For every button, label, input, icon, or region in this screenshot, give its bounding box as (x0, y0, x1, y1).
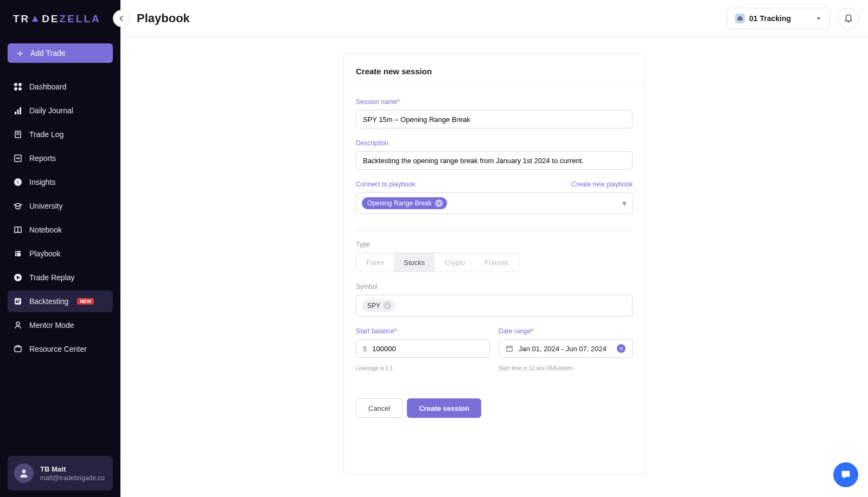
sidebar-item-trade-replay[interactable]: Trade Replay (8, 267, 113, 288)
account-icon (735, 14, 745, 23)
account-label: 01 Tracking (749, 14, 791, 23)
svg-rect-14 (15, 251, 21, 256)
date-range-value: Jan 01, 2024 - Jun 07, 2024 (519, 345, 607, 353)
svg-point-0 (14, 83, 17, 86)
svg-point-2 (14, 87, 17, 91)
sidebar-item-dashboard[interactable]: Dashboard (8, 76, 113, 98)
svg-rect-21 (738, 17, 743, 20)
replay-icon (13, 273, 23, 282)
start-balance-label: Start balance* (356, 327, 490, 335)
sidebar-item-insights[interactable]: ! Insights (8, 171, 113, 193)
sidebar-item-university[interactable]: University (8, 195, 113, 217)
main: Playbook 01 Tracking Create new session (120, 0, 868, 497)
sidebar-item-mentor-mode[interactable]: Mentor Mode (8, 314, 113, 336)
type-label: Type (356, 241, 633, 248)
date-range-label: Date range* (499, 327, 633, 335)
remove-playbook-icon[interactable]: ✕ (435, 199, 443, 207)
profile-card[interactable]: TB Matt matt@tradebrigade.co (8, 456, 113, 490)
timezone-hint: Start time is 12 am US/Eastern (499, 365, 633, 371)
sidebar-item-label: Reports (29, 154, 56, 163)
chevron-down-icon (815, 15, 822, 22)
playbook-select[interactable]: Opening Range Break ✕ ▾ (356, 192, 633, 214)
new-badge: NEW (77, 298, 94, 305)
chat-icon (840, 469, 852, 481)
sidebar-item-label: Playbook (29, 249, 61, 258)
sidebar-item-trade-log[interactable]: Trade Log (8, 124, 113, 145)
leverage-hint: Leverage is 1:1 (356, 365, 490, 371)
start-balance-input-wrap[interactable]: $ (356, 339, 490, 358)
sidebar-item-daily-journal[interactable]: Daily Journal (8, 100, 113, 121)
university-icon (13, 201, 23, 211)
journal-icon (13, 106, 23, 115)
plus-icon: ＋ (15, 47, 25, 60)
svg-rect-19 (15, 347, 21, 352)
type-option-crypto[interactable]: Crypto (435, 253, 475, 272)
svg-rect-22 (507, 346, 513, 352)
log-icon (13, 130, 23, 139)
bell-icon (844, 14, 853, 23)
connect-playbook-label: Connect to playbook (356, 180, 415, 188)
sidebar-item-label: Resource Center (29, 345, 87, 353)
sidebar-item-reports[interactable]: Reports (8, 147, 113, 169)
playbook-icon (13, 249, 23, 259)
avatar-icon (14, 463, 34, 483)
mentor-icon (13, 320, 23, 330)
sidebar-item-label: Dashboard (29, 82, 67, 91)
svg-rect-6 (20, 107, 21, 114)
notifications-button[interactable] (838, 8, 859, 29)
sidebar-item-playbook[interactable]: Playbook (8, 243, 113, 264)
type-option-futures[interactable]: Futures (475, 253, 519, 272)
sidebar: TR▲DEZELLA ＋ Add Trade Dashboard Daily J… (0, 0, 120, 497)
symbol-select[interactable]: SPY ✕ (356, 295, 633, 317)
chat-fab-button[interactable] (833, 462, 858, 487)
description-input[interactable] (356, 151, 633, 170)
notebook-icon (13, 225, 23, 235)
topbar: Playbook 01 Tracking (120, 0, 868, 37)
type-segmented: Forex Stocks Crypto Futures (356, 253, 519, 272)
dashboard-icon (13, 82, 23, 92)
sidebar-item-backtesting[interactable]: Backtesting NEW (8, 291, 113, 312)
sidebar-item-label: Daily Journal (29, 106, 73, 115)
type-option-stocks[interactable]: Stocks (394, 253, 435, 272)
calendar-icon (506, 345, 513, 352)
sidebar-item-resource-center[interactable]: Resource Center (8, 338, 113, 360)
create-new-playbook-link[interactable]: Create new playbook (571, 180, 633, 188)
add-trade-label: Add Trade (30, 49, 66, 57)
date-range-input[interactable]: Jan 01, 2024 - Jun 07, 2024 ✕ (499, 339, 633, 358)
playbook-tag: Opening Range Break ✕ (362, 197, 447, 209)
svg-point-1 (18, 83, 22, 86)
svg-text:!: ! (17, 179, 19, 185)
type-option-forex[interactable]: Forex (356, 253, 394, 272)
sidebar-item-label: Insights (29, 178, 55, 186)
sidebar-item-notebook[interactable]: Notebook (8, 219, 113, 241)
remove-symbol-icon[interactable]: ✕ (384, 302, 391, 309)
create-session-button[interactable]: Create session (407, 398, 481, 418)
svg-point-18 (16, 322, 20, 325)
symbol-tag: SPY ✕ (362, 300, 395, 312)
svg-rect-17 (15, 298, 21, 305)
chevron-down-icon: ▾ (622, 198, 627, 209)
account-picker[interactable]: 01 Tracking (727, 8, 830, 29)
resource-icon (13, 344, 23, 354)
brand-logo[interactable]: TR▲DEZELLA (0, 0, 120, 38)
svg-point-20 (22, 469, 26, 473)
profile-name: TB Matt (40, 465, 105, 473)
sidebar-nav: Dashboard Daily Journal Trade Log Report… (0, 76, 120, 360)
create-session-card: Create new session Session name* Descrip… (343, 53, 645, 475)
svg-point-3 (18, 87, 22, 91)
add-trade-button[interactable]: ＋ Add Trade (8, 43, 113, 63)
sidebar-item-label: Trade Log (29, 130, 63, 139)
clear-date-icon[interactable]: ✕ (617, 344, 626, 353)
svg-rect-5 (17, 109, 19, 114)
back-button[interactable] (113, 10, 130, 27)
card-title: Create new session (356, 67, 633, 76)
backtesting-icon (13, 296, 23, 306)
svg-rect-4 (15, 112, 16, 114)
session-name-input[interactable] (356, 110, 633, 128)
start-balance-input[interactable] (372, 345, 483, 353)
symbol-label: Symbol (356, 283, 633, 291)
chevron-left-icon (118, 15, 125, 22)
dollar-icon: $ (363, 345, 367, 353)
cancel-button[interactable]: Cancel (356, 398, 403, 418)
sidebar-item-label: Notebook (29, 225, 62, 234)
